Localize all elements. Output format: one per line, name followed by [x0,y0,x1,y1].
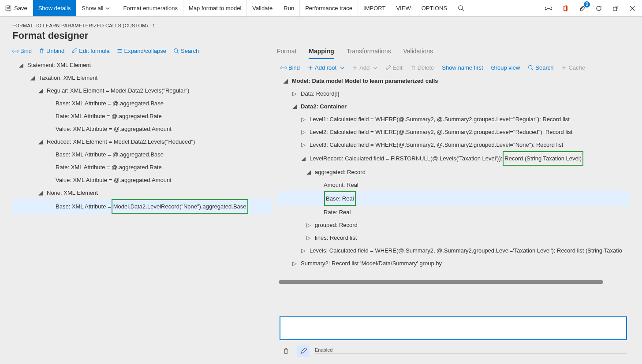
action-label: Bind [288,64,300,71]
validate-button[interactable]: Validate [247,0,278,16]
r-bind-action[interactable]: Bind [280,64,300,71]
tree-row[interactable]: ◢Data2: Container [277,100,630,113]
tree-row[interactable]: ▷Levels: Calculated field = WHERE(@.Summ… [277,244,630,257]
tab-validations[interactable]: Validations [403,48,433,59]
highlight-box: Record (String Taxation Level) [503,151,583,166]
close-icon [629,5,635,11]
enabled-input[interactable] [315,353,627,354]
tree-label: Data2: Container [301,100,347,113]
attach-icon-button[interactable]: 0 [576,2,588,15]
tree-row-selected[interactable]: ▷Base: Real [277,191,630,206]
expand-icon[interactable]: ▷ [292,91,297,97]
tree-row-selected[interactable]: ◢Base: XML Attribute = Model.Data2.Level… [12,199,272,214]
expand-action[interactable]: Expand/collapse [117,48,166,54]
horizontal-scrollbar[interactable] [279,280,603,284]
tree-row[interactable]: ◢Reduced: XML Element = Model.Data2.Leve… [12,135,272,148]
edit-bottom-button[interactable] [297,345,310,357]
collapse-icon[interactable]: ◢ [292,104,297,109]
tree-row[interactable]: ◢Value: XML Attribute = @.aggregated.Amo… [12,123,272,135]
tree-row[interactable]: ▷Amount: Real [277,178,630,191]
right-tree: ◢Model: Data model Model to learn parame… [277,74,630,312]
edit-action[interactable]: Edit [385,64,402,71]
tree-row[interactable]: ◢Statement: XML Element [12,59,272,71]
tree-row[interactable]: ▷Rate: Real [277,206,630,219]
show-all-button[interactable]: Show all [76,0,118,16]
expand-icon[interactable]: ▷ [301,248,306,253]
attach-badge: 0 [584,1,590,7]
tree-row[interactable]: ◢Base: XML Attribute = @.aggregated.Base [12,148,272,161]
expand-icon[interactable]: ▷ [306,223,311,228]
expand-icon[interactable]: ▷ [301,142,306,148]
bind-action[interactable]: Bind [12,48,32,54]
unbind-action[interactable]: Unbind [39,48,64,54]
tab-transformations[interactable]: Transformations [347,48,391,59]
format-enum-button[interactable]: Format enumerations [118,0,184,16]
highlight-box: Model.Data2.LevelRecord("None").aggregat… [112,199,248,214]
tab-format[interactable]: Format [277,48,296,59]
search-icon [458,5,464,11]
tree-row[interactable]: ▷Summary2: Record list 'Model/Data/Summa… [277,257,630,270]
collapse-icon[interactable]: ◢ [19,63,24,68]
ribbon-right: 0 [542,0,642,16]
delete-action[interactable]: Delete [411,64,434,71]
tree-row[interactable]: ◢aggregated: Record [277,166,630,178]
delete-bottom-button[interactable] [280,345,292,357]
tree-row[interactable]: ◢Taxation: XML Element [12,71,272,84]
collapse-icon[interactable]: ◢ [301,156,306,161]
left-tree: ◢Statement: XML Element ◢Taxation: XML E… [12,59,272,214]
collapse-icon[interactable]: ◢ [38,88,43,93]
perf-trace-button[interactable]: Performance trace [300,0,358,16]
add-action[interactable]: Add [352,64,377,71]
ribbon-search-button[interactable] [452,0,472,16]
enabled-label: Enabled [315,347,332,353]
tree-row[interactable]: ◢Rate: XML Attribute = @.aggregated.Rate [12,110,272,123]
group-view-action[interactable]: Group view [491,64,520,71]
search-action[interactable]: Search [173,48,199,54]
tree-row[interactable]: ◢None: XML Element [12,186,272,199]
import-button[interactable]: IMPORT [358,0,391,16]
tree-row[interactable]: ◢Rate: XML Attribute = @.aggregated.Rate [12,161,272,174]
save-button[interactable]: Save [0,0,33,16]
tree-label: grouped: Record [315,219,358,231]
collapse-icon[interactable]: ◢ [38,190,43,196]
refresh-icon-button[interactable] [593,2,605,15]
collapse-icon[interactable]: ◢ [30,75,35,81]
run-button[interactable]: Run [278,0,300,16]
tree-row[interactable]: ◢Regular: XML Element = Model.Data2.Leve… [12,84,272,97]
show-details-button[interactable]: Show details [33,0,77,16]
show-name-action[interactable]: Show name first [442,64,483,71]
office-icon-button[interactable] [559,2,571,15]
map-format-button[interactable]: Map format to model [183,0,247,16]
tree-row[interactable]: ▷Data: Record[!] [277,87,630,100]
tree-row[interactable]: ◢Value: XML Attribute = @.aggregated.Amo… [12,174,272,186]
link-icon-button[interactable] [542,2,555,15]
tree-label: Base: XML Attribute = @.aggregated.Base [56,97,164,110]
options-button[interactable]: OPTIONS [416,0,453,16]
view-button[interactable]: VIEW [391,0,416,16]
collapse-icon[interactable]: ◢ [283,78,288,84]
tree-row[interactable]: ▷Level2: Calculated field = WHERE(@.Summ… [277,126,630,138]
expand-icon[interactable]: ▷ [292,261,297,266]
collapse-icon[interactable]: ◢ [306,170,311,175]
expand-icon[interactable]: ▷ [301,130,306,135]
tree-row[interactable]: ▷Level1: Calculated field = WHERE(@.Summ… [277,113,630,126]
left-actions: Bind Unbind Edit formula Expand/collapse… [12,46,272,59]
r-search-action[interactable]: Search [528,64,553,71]
tab-mapping[interactable]: Mapping [309,48,334,59]
close-icon-button[interactable] [626,2,638,15]
add-root-action[interactable]: Add root [308,64,344,71]
tree-row[interactable]: ▷Level3: Calculated field = WHERE(@.Summ… [277,138,630,151]
tree-row[interactable]: ▷grouped: Record [277,219,630,231]
formula-input[interactable] [280,316,627,340]
expand-icon[interactable]: ▷ [306,235,311,241]
popout-icon-button[interactable] [609,2,622,15]
expand-icon[interactable]: ▷ [301,117,306,122]
collapse-icon[interactable]: ◢ [38,139,43,145]
tree-row[interactable]: ◢Base: XML Attribute = @.aggregated.Base [12,97,272,110]
tree-row[interactable]: ◢Model: Data model Model to learn parame… [277,74,630,87]
tree-row[interactable]: ▷lines: Record list [277,231,630,244]
cache-action[interactable]: Cache [561,64,585,71]
edit-formula-action[interactable]: Edit formula [71,48,109,54]
tree-row[interactable]: ◢LevelRecord: Calculated field = FIRSTOR… [277,151,630,166]
office-icon [562,5,569,12]
